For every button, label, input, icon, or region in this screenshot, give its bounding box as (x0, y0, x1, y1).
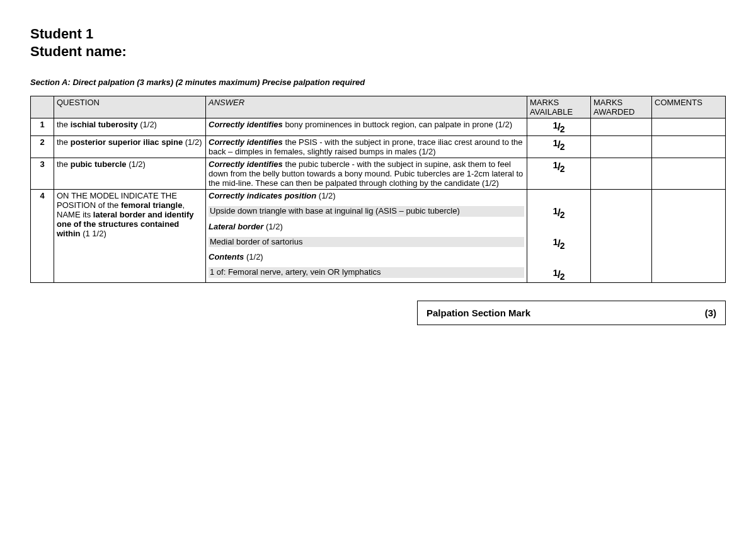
a-rest: (1/2) (244, 252, 263, 262)
q-bold: posterior superior iliac spine (71, 137, 183, 147)
q-prefix: the (57, 137, 71, 147)
question-cell: the pubic tubercle (1/2) (54, 158, 206, 190)
comments-cell (652, 190, 726, 283)
page-title: Student 1 Student name: (30, 25, 726, 60)
a-shaded: 1 of: Femoral nerve, artery, vein OR lym… (209, 267, 524, 277)
a-bold: Correctly indicates position (209, 191, 316, 200)
section-total-value: (3) (705, 308, 716, 318)
q-bold: femoral triangle (121, 200, 183, 210)
answer-cell: Correctly indicates position (1/2) Upsid… (206, 190, 527, 283)
a-bold: Correctly identifies (209, 137, 283, 147)
marks-available-cell: 1/2 1/2 1/2 (527, 190, 591, 283)
title-line-1: Student 1 (30, 26, 93, 42)
comments-cell (652, 136, 726, 158)
a-bold: Correctly identifies (209, 120, 283, 129)
answer-cell: Correctly identifies bony prominences in… (206, 118, 527, 136)
header-answer: ANSWER (206, 96, 527, 118)
half-mark: 1/2 (553, 268, 565, 281)
section-total-box: Palpation Section Mark (3) (417, 301, 726, 325)
q-prefix: the (57, 159, 71, 169)
row-num: 3 (31, 158, 54, 190)
q-bold: pubic tubercle (71, 159, 127, 169)
a-bold: Contents (209, 252, 244, 262)
question-cell: the posterior superior iliac spine (1/2) (54, 136, 206, 158)
row-num: 1 (31, 118, 54, 136)
header-marks-available: MARKS AVAILABLE (527, 96, 591, 118)
marks-awarded-cell (591, 118, 652, 136)
question-cell: the ischial tuberosity (1/2) (54, 118, 206, 136)
header-comments: COMMENTS (652, 96, 726, 118)
marks-available-cell: 1/2 (527, 136, 591, 158)
half-mark: 1/2 (553, 206, 565, 219)
comments-cell (652, 118, 726, 136)
marks-available-cell: 1/2 (527, 118, 591, 136)
section-total-label: Palpation Section Mark (427, 308, 530, 318)
answer-cell: Correctly identifies the PSIS - with the… (206, 136, 527, 158)
a-shaded: Upside down triangle with base at inguin… (209, 206, 524, 216)
table-row: 2 the posterior superior iliac spine (1/… (31, 136, 726, 158)
table-row: 3 the pubic tubercle (1/2) Correctly ide… (31, 158, 726, 190)
answer-cell: Correctly identifies the pubic tubercle … (206, 158, 527, 190)
table-row: 1 the ischial tuberosity (1/2) Correctly… (31, 118, 726, 136)
q-text: (1 1/2) (81, 229, 106, 238)
a-rest: (1/2) (316, 191, 335, 200)
q-bold: ischial tuberosity (71, 120, 138, 129)
question-cell: ON THE MODEL INDICATE THE POSITION of th… (54, 190, 206, 283)
a-rest: bony prominences in buttock region, can … (283, 120, 512, 129)
marks-awarded-cell (591, 190, 652, 283)
header-row: QUESTION ANSWER MARKS AVAILABLE MARKS AW… (31, 96, 726, 118)
header-marks-awarded: MARKS AWARDED (591, 96, 652, 118)
row-num: 2 (31, 136, 54, 158)
row-num: 4 (31, 190, 54, 283)
a-shaded: Medial border of sartorius (209, 237, 524, 247)
title-line-2: Student name: (30, 43, 127, 59)
a-rest: (1/2) (263, 222, 282, 231)
marks-awarded-cell (591, 136, 652, 158)
a-bold: Lateral border (209, 222, 263, 231)
section-heading: Section A: Direct palpation (3 marks) (2… (30, 78, 726, 87)
q-suffix: (1/2) (138, 120, 157, 129)
table-row: 4 ON THE MODEL INDICATE THE POSITION of … (31, 190, 726, 283)
q-suffix: (1/2) (127, 159, 146, 169)
header-blank (31, 96, 54, 118)
half-mark: 1/2 (553, 237, 565, 250)
q-suffix: (1/2) (183, 137, 202, 147)
header-question: QUESTION (54, 96, 206, 118)
assessment-table: QUESTION ANSWER MARKS AVAILABLE MARKS AW… (30, 96, 726, 283)
a-bold: Correctly identifies (209, 159, 283, 169)
marks-awarded-cell (591, 158, 652, 190)
marks-available-cell: 1/2 (527, 158, 591, 190)
comments-cell (652, 158, 726, 190)
q-prefix: the (57, 120, 71, 129)
